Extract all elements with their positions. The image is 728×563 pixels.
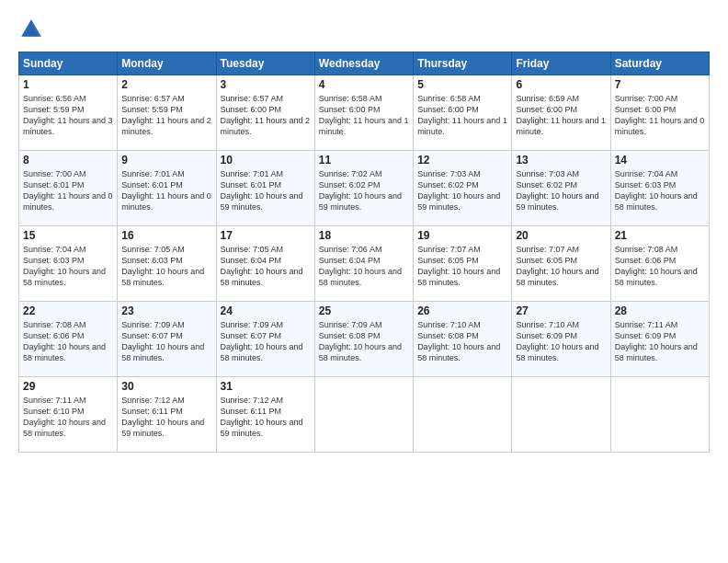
calendar: SundayMondayTuesdayWednesdayThursdayFrid…	[18, 52, 710, 453]
day-number: 17	[221, 229, 311, 242]
day-number: 5	[417, 78, 507, 91]
day-info: Sunrise: 7:10 AMSunset: 6:09 PMDaylight:…	[516, 320, 598, 362]
day-info: Sunrise: 7:04 AMSunset: 6:03 PMDaylight:…	[23, 245, 106, 287]
week-row-4: 22 Sunrise: 7:08 AMSunset: 6:06 PMDaylig…	[19, 302, 710, 377]
logo	[18, 17, 48, 42]
day-cell: 31 Sunrise: 7:12 AMSunset: 6:11 PMDaylig…	[216, 377, 314, 453]
day-cell: 5 Sunrise: 6:58 AMSunset: 6:00 PMDayligh…	[414, 75, 512, 151]
day-info: Sunrise: 7:06 AMSunset: 6:04 PMDaylight:…	[319, 245, 402, 287]
day-number: 1	[23, 78, 113, 91]
week-row-1: 1 Sunrise: 6:56 AMSunset: 5:59 PMDayligh…	[19, 75, 710, 151]
day-cell: 29 Sunrise: 7:11 AMSunset: 6:10 PMDaylig…	[19, 377, 118, 453]
day-info: Sunrise: 7:01 AMSunset: 6:01 PMDaylight:…	[121, 169, 211, 212]
day-cell: 15 Sunrise: 7:04 AMSunset: 6:03 PMDaylig…	[19, 226, 118, 302]
week-row-5: 29 Sunrise: 7:11 AMSunset: 6:10 PMDaylig…	[19, 377, 710, 453]
day-info: Sunrise: 7:08 AMSunset: 6:06 PMDaylight:…	[615, 245, 698, 287]
day-info: Sunrise: 6:57 AMSunset: 6:00 PMDaylight:…	[221, 94, 311, 136]
day-number: 3	[221, 78, 311, 91]
day-info: Sunrise: 7:08 AMSunset: 6:06 PMDaylight:…	[23, 320, 106, 362]
day-cell: 6 Sunrise: 6:59 AMSunset: 6:00 PMDayligh…	[512, 75, 610, 151]
day-number: 26	[417, 304, 507, 317]
day-cell: 10 Sunrise: 7:01 AMSunset: 6:01 PMDaylig…	[216, 151, 314, 226]
day-number: 7	[615, 78, 705, 91]
day-cell: 18 Sunrise: 7:06 AMSunset: 6:04 PMDaylig…	[314, 226, 413, 302]
day-number: 9	[121, 154, 211, 167]
day-cell: 23 Sunrise: 7:09 AMSunset: 6:07 PMDaylig…	[118, 302, 216, 377]
day-info: Sunrise: 7:09 AMSunset: 6:07 PMDaylight:…	[121, 320, 204, 362]
day-cell: 16 Sunrise: 7:05 AMSunset: 6:03 PMDaylig…	[118, 226, 216, 302]
day-info: Sunrise: 7:03 AMSunset: 6:02 PMDaylight:…	[516, 169, 598, 212]
day-cell: 24 Sunrise: 7:09 AMSunset: 6:07 PMDaylig…	[216, 302, 314, 377]
day-info: Sunrise: 7:05 AMSunset: 6:04 PMDaylight:…	[221, 245, 303, 287]
day-info: Sunrise: 7:04 AMSunset: 6:03 PMDaylight:…	[615, 169, 698, 212]
day-number: 28	[615, 304, 705, 317]
day-info: Sunrise: 6:59 AMSunset: 6:00 PMDaylight:…	[516, 94, 606, 136]
day-number: 31	[221, 380, 311, 393]
day-cell: 4 Sunrise: 6:58 AMSunset: 6:00 PMDayligh…	[314, 75, 413, 151]
day-header-friday: Friday	[512, 52, 610, 75]
day-info: Sunrise: 7:11 AMSunset: 6:09 PMDaylight:…	[615, 320, 698, 362]
day-info: Sunrise: 7:09 AMSunset: 6:07 PMDaylight:…	[221, 320, 303, 362]
day-cell	[512, 377, 610, 453]
day-number: 30	[121, 380, 211, 393]
day-number: 24	[221, 304, 311, 317]
day-info: Sunrise: 7:07 AMSunset: 6:05 PMDaylight:…	[417, 245, 500, 287]
page: SundayMondayTuesdayWednesdayThursdayFrid…	[0, 0, 728, 563]
day-cell: 14 Sunrise: 7:04 AMSunset: 6:03 PMDaylig…	[610, 151, 709, 226]
day-cell	[414, 377, 512, 453]
day-cell: 12 Sunrise: 7:03 AMSunset: 6:02 PMDaylig…	[414, 151, 512, 226]
day-number: 10	[221, 154, 311, 167]
day-number: 8	[23, 154, 113, 167]
day-cell: 21 Sunrise: 7:08 AMSunset: 6:06 PMDaylig…	[610, 226, 709, 302]
day-number: 19	[417, 229, 507, 242]
day-number: 18	[319, 229, 409, 242]
day-cell: 11 Sunrise: 7:02 AMSunset: 6:02 PMDaylig…	[314, 151, 413, 226]
day-header-monday: Monday	[118, 52, 216, 75]
day-cell: 8 Sunrise: 7:00 AMSunset: 6:01 PMDayligh…	[19, 151, 118, 226]
day-number: 16	[121, 229, 211, 242]
day-cell: 7 Sunrise: 7:00 AMSunset: 6:00 PMDayligh…	[610, 75, 709, 151]
day-info: Sunrise: 6:58 AMSunset: 6:00 PMDaylight:…	[417, 94, 507, 136]
week-row-3: 15 Sunrise: 7:04 AMSunset: 6:03 PMDaylig…	[19, 226, 710, 302]
day-number: 21	[615, 229, 705, 242]
day-info: Sunrise: 6:57 AMSunset: 5:59 PMDaylight:…	[121, 94, 211, 136]
day-cell: 2 Sunrise: 6:57 AMSunset: 5:59 PMDayligh…	[118, 75, 216, 151]
day-cell: 28 Sunrise: 7:11 AMSunset: 6:09 PMDaylig…	[610, 302, 709, 377]
logo-icon	[18, 17, 44, 42]
day-info: Sunrise: 7:09 AMSunset: 6:08 PMDaylight:…	[319, 320, 402, 362]
day-info: Sunrise: 7:00 AMSunset: 6:00 PMDaylight:…	[615, 94, 705, 136]
day-info: Sunrise: 7:00 AMSunset: 6:01 PMDaylight:…	[23, 169, 113, 212]
day-info: Sunrise: 7:03 AMSunset: 6:02 PMDaylight:…	[417, 169, 500, 212]
day-info: Sunrise: 7:10 AMSunset: 6:08 PMDaylight:…	[417, 320, 500, 362]
day-header-wednesday: Wednesday	[314, 52, 413, 75]
day-header-saturday: Saturday	[610, 52, 709, 75]
header	[18, 17, 710, 42]
day-cell: 26 Sunrise: 7:10 AMSunset: 6:08 PMDaylig…	[414, 302, 512, 377]
day-cell: 20 Sunrise: 7:07 AMSunset: 6:05 PMDaylig…	[512, 226, 610, 302]
day-info: Sunrise: 6:56 AMSunset: 5:59 PMDaylight:…	[23, 94, 113, 136]
day-number: 13	[516, 154, 606, 167]
day-info: Sunrise: 7:11 AMSunset: 6:10 PMDaylight:…	[23, 396, 106, 438]
day-info: Sunrise: 7:12 AMSunset: 6:11 PMDaylight:…	[221, 396, 303, 438]
day-cell: 13 Sunrise: 7:03 AMSunset: 6:02 PMDaylig…	[512, 151, 610, 226]
day-info: Sunrise: 6:58 AMSunset: 6:00 PMDaylight:…	[319, 94, 409, 136]
day-header-thursday: Thursday	[414, 52, 512, 75]
day-number: 15	[23, 229, 113, 242]
day-number: 29	[23, 380, 113, 393]
day-cell	[314, 377, 413, 453]
day-cell: 22 Sunrise: 7:08 AMSunset: 6:06 PMDaylig…	[19, 302, 118, 377]
day-cell: 25 Sunrise: 7:09 AMSunset: 6:08 PMDaylig…	[314, 302, 413, 377]
day-cell: 17 Sunrise: 7:05 AMSunset: 6:04 PMDaylig…	[216, 226, 314, 302]
day-cell: 1 Sunrise: 6:56 AMSunset: 5:59 PMDayligh…	[19, 75, 118, 151]
day-number: 4	[319, 78, 409, 91]
day-cell	[610, 377, 709, 453]
day-number: 27	[516, 304, 606, 317]
day-header-tuesday: Tuesday	[216, 52, 314, 75]
day-number: 12	[417, 154, 507, 167]
day-number: 14	[615, 154, 705, 167]
day-cell: 30 Sunrise: 7:12 AMSunset: 6:11 PMDaylig…	[118, 377, 216, 453]
day-info: Sunrise: 7:02 AMSunset: 6:02 PMDaylight:…	[319, 169, 402, 212]
day-info: Sunrise: 7:07 AMSunset: 6:05 PMDaylight:…	[516, 245, 598, 287]
header-row: SundayMondayTuesdayWednesdayThursdayFrid…	[19, 52, 710, 75]
day-info: Sunrise: 7:01 AMSunset: 6:01 PMDaylight:…	[221, 169, 303, 212]
